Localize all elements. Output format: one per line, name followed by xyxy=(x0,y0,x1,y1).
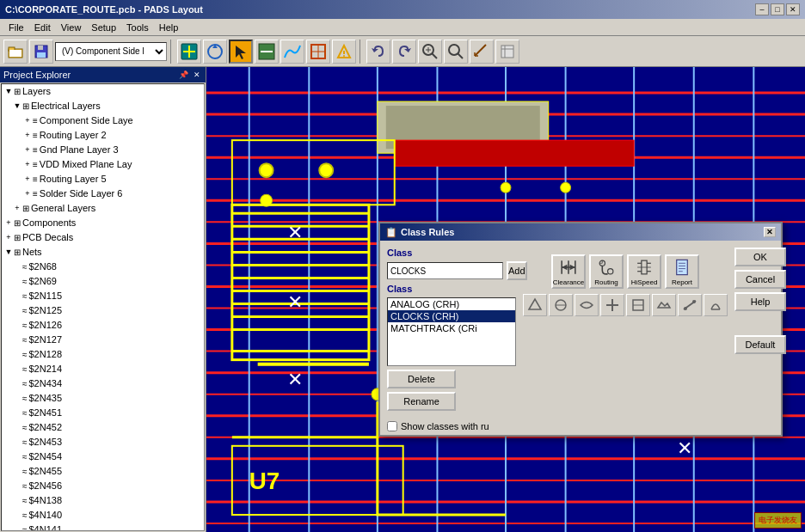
tree-item-2n128[interactable]: ≈ $2N128 xyxy=(2,347,204,362)
tree-item-2n435[interactable]: ≈ $2N435 xyxy=(2,391,204,406)
tree-item-comp-side[interactable]: + ≡ Component Side Laye xyxy=(2,113,204,128)
class-label-1: Class xyxy=(387,248,516,258)
layer-selector[interactable]: (V) Component Side l xyxy=(55,42,167,61)
listbox-item-clocks[interactable]: CLOCKS (CRH) xyxy=(388,310,515,322)
sidebar-close-btn[interactable]: ✕ xyxy=(192,70,202,79)
maximize-button[interactable]: □ xyxy=(771,3,784,15)
tree-item-layers[interactable]: ▼ ⊞ Layers xyxy=(2,84,204,99)
svg-rect-5 xyxy=(37,52,46,58)
tree-item-routing5[interactable]: + ≡ Routing Layer 5 xyxy=(2,172,204,187)
tree-item-2n127[interactable]: ≈ $2N127 xyxy=(2,333,204,347)
tree-item-2n456[interactable]: ≈ $2N456 xyxy=(2,479,204,493)
toolbar-zoom-fit-btn[interactable] xyxy=(444,40,468,64)
close-button[interactable]: ✕ xyxy=(786,3,800,15)
net-icon: ≈ xyxy=(22,465,28,478)
small-icon-8[interactable] xyxy=(704,294,728,316)
class-name-input[interactable] xyxy=(387,262,503,279)
listbox-item-analog[interactable]: ANALOG (CRH) xyxy=(388,298,515,310)
tree-item-routing2[interactable]: + ≡ Routing Layer 2 xyxy=(2,128,204,143)
menu-setup[interactable]: Setup xyxy=(86,21,121,34)
menu-view[interactable]: View xyxy=(56,21,87,34)
main-layout: Project Explorer 📌 ✕ ▼ ⊞ Layers ▼ ⊞ Elec… xyxy=(0,67,805,532)
toolbar-redo-btn[interactable] xyxy=(392,40,416,64)
toolbar-trace-btn[interactable] xyxy=(280,40,304,64)
tree-item-gen-layers[interactable]: + ⊞ General Layers xyxy=(2,201,204,216)
cancel-btn[interactable]: Cancel xyxy=(734,270,786,289)
layer-icon: ≡ xyxy=(33,158,38,171)
toolbar-measure-btn[interactable] xyxy=(470,40,494,64)
tree-item-2n68[interactable]: ≈ $2N68 xyxy=(2,260,204,274)
minimize-button[interactable]: – xyxy=(755,3,769,15)
tree-item-2n126[interactable]: ≈ $2N126 xyxy=(2,318,204,333)
delete-class-btn[interactable]: Delete xyxy=(387,370,456,388)
toolbar-save-btn[interactable] xyxy=(29,40,53,64)
toolbar-place-btn[interactable] xyxy=(306,40,330,64)
tree-item-2n115[interactable]: ≈ $2N115 xyxy=(2,289,204,303)
menu-file[interactable]: File xyxy=(3,21,29,34)
toolbar-open-btn[interactable] xyxy=(3,40,28,64)
small-icon-7[interactable] xyxy=(678,294,702,316)
tree-label: Routing Layer 5 xyxy=(40,173,107,186)
small-icon-6[interactable] xyxy=(652,294,676,316)
tree-item-nets[interactable]: ▼ ⊞ Nets xyxy=(2,245,204,260)
class-listbox[interactable]: ANALOG (CRH) CLOCKS (CRH) MATCHTRACK (CR… xyxy=(387,297,516,366)
rename-class-btn[interactable]: Rename xyxy=(387,392,456,411)
hispeed-btn[interactable]: HiSpeed xyxy=(627,254,661,289)
net-icon: ≈ xyxy=(22,333,28,346)
tree-item-2n454[interactable]: ≈ $2N454 xyxy=(2,449,204,464)
toolbar-design-btn[interactable] xyxy=(177,40,201,64)
default-btn[interactable]: Default xyxy=(734,335,786,354)
clearance-btn[interactable]: Clearance xyxy=(551,254,586,289)
net-icon: ≈ xyxy=(22,450,28,463)
routing-btn[interactable]: Routing xyxy=(589,254,624,289)
tree-item-2n453[interactable]: ≈ $2N453 xyxy=(2,435,204,449)
tree-item-2n214[interactable]: ≈ $2N214 xyxy=(2,362,204,376)
class-rule-buttons: Clearance xyxy=(551,254,699,289)
tree-item-2n451[interactable]: ≈ $2N451 xyxy=(2,406,204,420)
pcb-canvas[interactable]: U7 ✕ ✕ ✕ ✕ ✕ ✕ ✕ ✕ ✕ xyxy=(206,67,805,532)
menu-edit[interactable]: Edit xyxy=(29,21,56,34)
small-icon-3[interactable] xyxy=(575,294,599,316)
help-btn[interactable]: Help xyxy=(734,292,786,311)
sidebar-header-buttons: 📌 ✕ xyxy=(177,70,202,79)
menu-help[interactable]: Help xyxy=(154,21,184,34)
small-icon-4[interactable] xyxy=(600,294,624,316)
toolbar-drc-btn[interactable] xyxy=(332,40,356,64)
toolbar-inspect-btn[interactable] xyxy=(495,40,519,64)
tree-item-components[interactable]: + ⊞ Components xyxy=(2,216,204,230)
toolbar-undo-btn[interactable] xyxy=(366,40,390,64)
tree-item-decals[interactable]: + ⊞ PCB Decals xyxy=(2,230,204,245)
small-icon-1[interactable] xyxy=(523,294,547,316)
toolbar-zoom-btn[interactable] xyxy=(418,40,442,64)
toolbar-select-btn[interactable] xyxy=(229,40,253,64)
window-title: C:\CORPORATE_ROUTE.pcb - PADS Layout xyxy=(5,4,203,15)
toolbar-separator-1 xyxy=(170,40,174,64)
net-icon: ≈ xyxy=(22,509,28,522)
tree-item-2n455[interactable]: ≈ $2N455 xyxy=(2,464,204,479)
tree-item-2n452[interactable]: ≈ $2N452 xyxy=(2,420,204,435)
menu-tools[interactable]: Tools xyxy=(121,21,154,34)
tree-item-2n125[interactable]: ≈ $2N125 xyxy=(2,303,204,318)
small-icon-2[interactable] xyxy=(549,294,573,316)
listbox-item-matchtrack[interactable]: MATCHTRACK (CRi xyxy=(388,322,515,334)
tree-label: $2N454 xyxy=(29,450,63,463)
tree-item-2n69[interactable]: ≈ $2N69 xyxy=(2,274,204,289)
ok-btn[interactable]: OK xyxy=(734,248,786,266)
tree-item-solder[interactable]: + ≡ Solder Side Layer 6 xyxy=(2,187,204,201)
tree-item-4n141[interactable]: ≈ $4N141 xyxy=(2,523,204,531)
tree-item-vdd[interactable]: + ≡ VDD Mixed Plane Lay xyxy=(2,157,204,172)
tree-label: Solder Side Layer 6 xyxy=(40,187,123,200)
tree-item-4n140[interactable]: ≈ $4N140 xyxy=(2,508,204,523)
tree-item-gnd[interactable]: + ≡ Gnd Plane Layer 3 xyxy=(2,143,204,157)
tree-item-2n434[interactable]: ≈ $2N434 xyxy=(2,376,204,391)
toolbar-refresh-btn[interactable] xyxy=(203,40,227,64)
toolbar-route-btn[interactable] xyxy=(255,40,279,64)
report-btn[interactable]: Report xyxy=(665,254,699,289)
tree-label: $2N125 xyxy=(29,304,63,317)
dialog-close-btn[interactable]: ✕ xyxy=(764,227,776,237)
tree-item-elec-layers[interactable]: ▼ ⊞ Electrical Layers xyxy=(2,99,204,113)
show-classes-checkbox[interactable] xyxy=(387,421,397,431)
tree-item-4n138[interactable]: ≈ $4N138 xyxy=(2,493,204,508)
small-icon-5[interactable] xyxy=(626,294,650,316)
sidebar-pin-btn[interactable]: 📌 xyxy=(177,70,190,79)
